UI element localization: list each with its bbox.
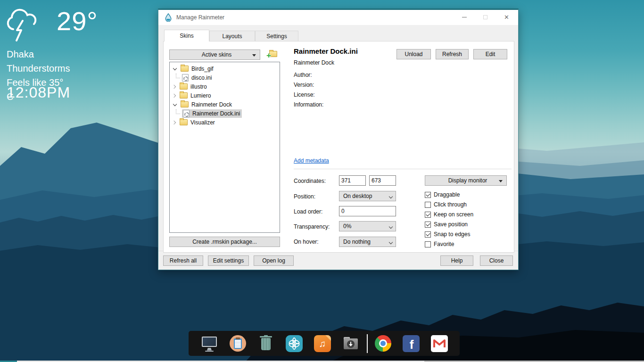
information-label: Information:: [294, 101, 323, 108]
checkbox[interactable]: [425, 192, 431, 198]
checkbox-row-favorite[interactable]: Favorite: [425, 241, 454, 247]
skins-tree[interactable]: Birds_gif disco.ini illustro Lumiero Rai: [169, 62, 280, 233]
my-computer-icon[interactable]: [201, 335, 218, 352]
chevron-down-icon: [389, 225, 393, 229]
separator: [294, 169, 512, 169]
license-label: License:: [294, 91, 315, 98]
window-footer: Refresh all Edit settings Open log Help …: [158, 251, 518, 270]
tree-item-folder[interactable]: illustro: [170, 82, 280, 91]
tree-item-file-selected[interactable]: Rainmeter Dock.ini: [170, 109, 280, 118]
tree-item-folder[interactable]: Rainmeter Dock: [170, 100, 280, 109]
chevron-right-icon[interactable]: [172, 84, 176, 88]
rainmeter-drop-icon: [165, 13, 172, 22]
folder-icon: [180, 119, 188, 125]
create-rmskin-package-button[interactable]: Create .rmskin package...: [169, 237, 280, 247]
tab-settings[interactable]: Settings: [255, 31, 298, 41]
on-hover-select[interactable]: Do nothing: [339, 237, 396, 247]
on-hover-label: On hover:: [294, 239, 319, 245]
chrome-icon[interactable]: [374, 335, 391, 352]
tab-layouts[interactable]: Layouts: [209, 31, 255, 41]
load-order-input[interactable]: [339, 206, 396, 216]
open-log-button[interactable]: Open log: [254, 255, 294, 266]
folder-icon: [181, 66, 189, 72]
refresh-all-button[interactable]: Refresh all: [163, 255, 203, 266]
dock: ♫ f: [189, 331, 460, 356]
tree-item-folder[interactable]: Birds_gif: [170, 64, 280, 73]
help-button[interactable]: Help: [440, 255, 473, 266]
titlebar[interactable]: Manage Rainmeter ✕: [158, 10, 518, 25]
add-metadata-link[interactable]: Add metadata: [294, 157, 329, 164]
checkbox[interactable]: [425, 202, 431, 208]
coordinate-y-input[interactable]: [369, 175, 396, 186]
maximize-button[interactable]: [475, 10, 496, 25]
tab-skins[interactable]: Skins: [164, 30, 209, 41]
music-icon[interactable]: ♫: [314, 335, 331, 352]
add-skin-button[interactable]: +: [268, 50, 277, 59]
tree-connector: [176, 109, 180, 114]
tree-item-file[interactable]: disco.ini: [170, 73, 280, 82]
edit-button[interactable]: Edit: [473, 49, 507, 59]
dropdown-arrow-icon: [499, 180, 503, 182]
skin-file-icon: [182, 74, 189, 82]
gmail-icon[interactable]: [431, 335, 448, 352]
load-order-label: Load order:: [294, 208, 322, 215]
clock: 12:08PM: [7, 84, 70, 101]
coordinate-x-input[interactable]: [339, 175, 366, 186]
skin-file-icon: [183, 110, 190, 117]
author-label: Author:: [294, 72, 312, 78]
chevron-right-icon[interactable]: [172, 120, 176, 124]
tree-item-folder[interactable]: Visualizer: [170, 118, 280, 127]
chevron-down-icon: [389, 240, 393, 244]
display-monitor-dropdown[interactable]: Display monitor: [425, 175, 507, 186]
clipboard-icon[interactable]: [229, 335, 246, 352]
plus-icon: +: [266, 51, 271, 60]
close-dialog-button[interactable]: Close: [480, 255, 513, 266]
chevron-down-icon: [389, 195, 393, 198]
temperature: 29°: [57, 6, 98, 36]
checkbox-row-draggable[interactable]: Draggable: [425, 191, 460, 198]
active-skins-dropdown[interactable]: Active skins: [169, 49, 260, 60]
checkbox-row-keep-on-screen[interactable]: Keep on screen: [425, 211, 473, 218]
skin-folder-name: Rainmeter Dock: [294, 59, 334, 66]
minimize-button[interactable]: [454, 10, 475, 25]
checkbox[interactable]: [425, 241, 431, 247]
refresh-button[interactable]: Refresh: [436, 49, 469, 59]
manage-rainmeter-window: Manage Rainmeter ✕ Skins Layouts Setting…: [158, 8, 519, 270]
chevron-down-icon[interactable]: [173, 102, 177, 106]
checkbox[interactable]: [425, 212, 431, 218]
chevron-down-icon[interactable]: [173, 66, 177, 70]
transparency-label: Transparency:: [294, 223, 330, 230]
skins-tab-page: Active skins + Birds_gif disco.ini illus…: [163, 41, 514, 253]
tree-item-folder[interactable]: Lumiero: [170, 91, 280, 100]
checkbox-row-snap-to-edges[interactable]: Snap to edges: [425, 231, 470, 238]
weather-condition: Thunderstorms: [7, 61, 70, 75]
recycle-bin-icon[interactable]: [257, 335, 274, 352]
edit-settings-button[interactable]: Edit settings: [208, 255, 249, 266]
checkbox-row-click-through[interactable]: Click through: [425, 201, 467, 208]
folder-icon: [181, 101, 189, 107]
checkbox[interactable]: [425, 222, 431, 228]
position-select[interactable]: On desktop: [339, 191, 396, 201]
thunderstorm-icon: [5, 5, 44, 44]
dropdown-arrow-icon: [252, 54, 256, 57]
folder-icon: [180, 92, 188, 99]
position-label: Position:: [294, 193, 315, 200]
chevron-right-icon[interactable]: [172, 93, 176, 97]
tree-connector: [176, 74, 180, 78]
unload-button[interactable]: Unload: [396, 49, 431, 59]
minimize-icon: [462, 17, 467, 17]
window-title: Manage Rainmeter: [176, 14, 224, 21]
transparency-select[interactable]: 0%: [339, 221, 396, 231]
weather-city: Dhaka: [7, 47, 70, 61]
checkbox-row-save-position[interactable]: Save position: [425, 221, 468, 228]
downloads-icon[interactable]: [342, 335, 359, 352]
checkbox[interactable]: [425, 231, 431, 238]
maximize-icon: [483, 15, 487, 19]
coordinates-label: Coordinates:: [294, 178, 326, 184]
version-label: Version:: [294, 82, 314, 88]
close-button[interactable]: ✕: [496, 10, 517, 25]
folder-icon: [180, 83, 188, 90]
photos-icon[interactable]: [286, 335, 303, 352]
facebook-icon[interactable]: f: [403, 335, 420, 352]
skin-name-heading: Rainmeter Dock.ini: [294, 47, 358, 55]
